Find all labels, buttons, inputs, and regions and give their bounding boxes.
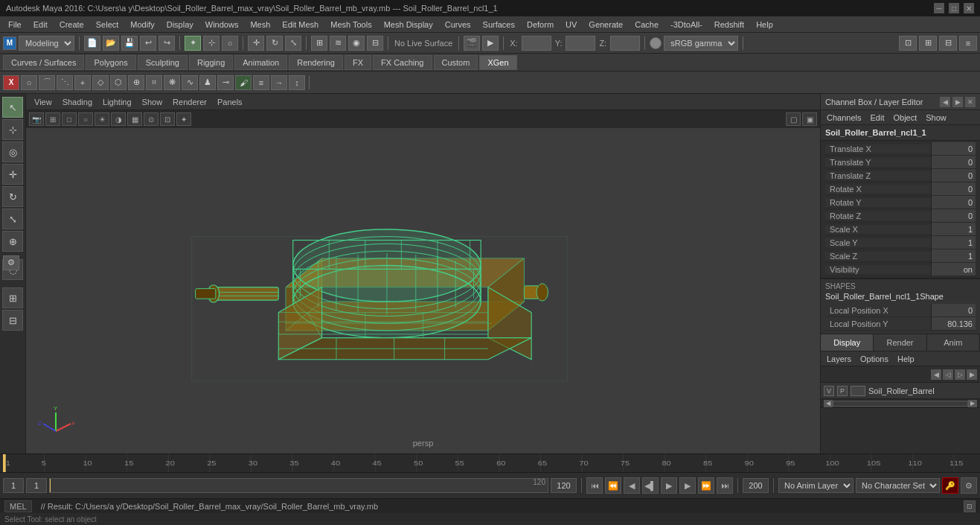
- cb-menu-edit[interactable]: Edit: [867, 113, 887, 122]
- redo-icon[interactable]: ↪: [158, 36, 175, 51]
- save-scene-icon[interactable]: 💾: [121, 36, 138, 51]
- close-button[interactable]: ✕: [964, 3, 974, 13]
- layer-menu-help[interactable]: Help: [894, 354, 917, 363]
- new-scene-icon[interactable]: 📄: [84, 36, 100, 51]
- timeline[interactable]: 1 5 10 15 20 25 30 35 40: [0, 454, 980, 472]
- channel-rotate-x[interactable]: Rotate X 0: [825, 182, 976, 196]
- step-forward-button[interactable]: ⏩: [698, 477, 714, 494]
- vp-smooth-icon[interactable]: ○: [78, 112, 93, 126]
- menu-meshdisplay[interactable]: Mesh Display: [379, 19, 438, 31]
- cb-collapse-icon[interactable]: ◀: [940, 97, 950, 107]
- vp-resolution-gate-icon[interactable]: ▢: [786, 112, 801, 126]
- play-back-button[interactable]: ◀▌: [642, 477, 659, 494]
- tab-custom[interactable]: Custom: [434, 55, 478, 70]
- lasso-tool-button[interactable]: ⊹: [2, 119, 23, 140]
- go-to-start-button[interactable]: ⏮: [586, 477, 603, 494]
- menu-curves[interactable]: Curves: [440, 19, 476, 31]
- y-input[interactable]: [566, 36, 595, 51]
- scroll-left-arrow[interactable]: ◀: [824, 400, 833, 407]
- channel-translate-z[interactable]: Translate Z 0: [825, 169, 976, 182]
- layout-icon3[interactable]: ⊟: [939, 36, 957, 51]
- key-settings-button[interactable]: ⚙: [961, 477, 977, 494]
- shelf-icon-stacking[interactable]: ≡: [253, 75, 269, 90]
- colorspace-selector[interactable]: sRGB gamma: [664, 36, 738, 51]
- paint-sel-icon[interactable]: ○: [222, 36, 238, 51]
- channel-rotate-y[interactable]: Rotate Y 0: [825, 196, 976, 209]
- tab-fx[interactable]: FX: [345, 55, 371, 70]
- menu-meshtools[interactable]: Mesh Tools: [325, 19, 377, 31]
- shelf-icon-wrap[interactable]: ❋: [164, 75, 180, 90]
- cb-menu-object[interactable]: Object: [890, 113, 920, 122]
- range-end-input[interactable]: [743, 478, 769, 493]
- tab-sculpting[interactable]: Sculpting: [138, 55, 188, 70]
- step-back-button[interactable]: ⏪: [605, 477, 621, 494]
- tab-xgen[interactable]: XGen: [479, 55, 516, 70]
- playback-track-area[interactable]: 120: [49, 478, 548, 493]
- shelf-icon-plus[interactable]: +: [74, 75, 91, 90]
- vp-light-icon[interactable]: ☀: [95, 112, 109, 126]
- start-frame-input[interactable]: [3, 478, 24, 493]
- snap-grid-icon[interactable]: ⊞: [311, 36, 327, 51]
- channel-scale-y[interactable]: Scale Y 1: [825, 236, 976, 249]
- select-tool-icon[interactable]: ✦: [185, 36, 201, 51]
- tab-rendering[interactable]: Rendering: [289, 55, 343, 70]
- menu-surfaces[interactable]: Surfaces: [478, 19, 520, 31]
- anim-layer-select[interactable]: No Anim Layer: [778, 478, 854, 493]
- ipr-icon[interactable]: ▶: [482, 36, 499, 51]
- z-input[interactable]: [610, 36, 640, 51]
- menu-file[interactable]: File: [3, 19, 27, 31]
- tab-anim[interactable]: Anim: [927, 334, 980, 351]
- move-tool-button[interactable]: ✛: [2, 164, 23, 185]
- menu-3dtall[interactable]: -3DtoAll-: [665, 19, 708, 31]
- vp-wireframe-icon[interactable]: □: [62, 112, 77, 126]
- menu-cache[interactable]: Cache: [630, 19, 664, 31]
- character-set-select[interactable]: No Character Set: [856, 478, 940, 493]
- menu-redshift[interactable]: Redshift: [709, 19, 749, 31]
- shelf-icon-bend[interactable]: ↕: [289, 75, 305, 90]
- shelf-icon-group[interactable]: ⋱: [57, 75, 73, 90]
- vp-sel-highlight-icon[interactable]: ✦: [176, 112, 191, 126]
- vp-menu-lighting[interactable]: Lighting: [99, 98, 135, 106]
- menu-modify[interactable]: Modify: [125, 19, 159, 31]
- menu-help[interactable]: Help: [751, 19, 778, 31]
- vp-film-gate-icon[interactable]: ▣: [802, 112, 817, 126]
- tab-polygons[interactable]: Polygons: [86, 55, 135, 70]
- render-view-icon[interactable]: 🎬: [464, 36, 480, 51]
- tab-display[interactable]: Display: [821, 334, 874, 351]
- vp-grid-icon[interactable]: ⊞: [45, 112, 60, 126]
- channel-translate-x[interactable]: Translate X 0: [825, 142, 976, 156]
- menu-edit[interactable]: Edit: [28, 19, 53, 31]
- mode-selector[interactable]: Modeling: [19, 36, 74, 51]
- channel-box-header-icons[interactable]: ◀ ▶ ✕: [940, 97, 976, 107]
- menu-generate[interactable]: Generate: [583, 19, 628, 31]
- vp-iso-icon[interactable]: ⊡: [160, 112, 175, 126]
- playback-progress-track[interactable]: [49, 478, 548, 493]
- layer-menu-options[interactable]: Options: [857, 354, 891, 363]
- menu-deform[interactable]: Deform: [522, 19, 559, 31]
- select-tool-button[interactable]: ↖: [2, 97, 23, 118]
- shelf-icon-skin[interactable]: ⊸: [217, 75, 234, 90]
- shelf-icon-x[interactable]: X: [3, 75, 19, 90]
- shelf-icon-curve[interactable]: ⌒: [39, 75, 55, 90]
- vp-tex-icon[interactable]: ▦: [127, 112, 142, 126]
- layer-new-icon[interactable]: ◀: [931, 369, 941, 380]
- layer-color-swatch[interactable]: [851, 386, 865, 396]
- scroll-right-arrow[interactable]: ▶: [968, 400, 977, 407]
- menu-mesh[interactable]: Mesh: [245, 19, 275, 31]
- shelf-icon-hair[interactable]: ♟: [199, 75, 216, 90]
- current-frame-input[interactable]: [26, 478, 47, 493]
- layout-icon1[interactable]: ⊡: [899, 36, 917, 51]
- layer-menu-layers[interactable]: Layers: [824, 354, 854, 363]
- layer-refresh-icon[interactable]: ▶: [967, 369, 977, 380]
- channel-visibility[interactable]: Visibility on: [825, 263, 976, 276]
- prev-frame-button[interactable]: ◀: [624, 477, 640, 494]
- cb-expand-icon[interactable]: ▶: [952, 97, 963, 107]
- minimize-button[interactable]: ─: [934, 3, 944, 13]
- window-controls[interactable]: ─ □ ✕: [934, 3, 974, 13]
- shelf-icon-lattice[interactable]: ⌗: [146, 75, 162, 90]
- tab-curves-surfaces[interactable]: Curves / Surfaces: [3, 55, 84, 70]
- colorspace-icon[interactable]: [650, 37, 662, 49]
- vp-menu-renderer[interactable]: Renderer: [169, 98, 211, 106]
- timeline-ticks[interactable]: 1 5 10 15 20 25 30 35 40: [3, 454, 977, 472]
- menu-create[interactable]: Create: [54, 19, 89, 31]
